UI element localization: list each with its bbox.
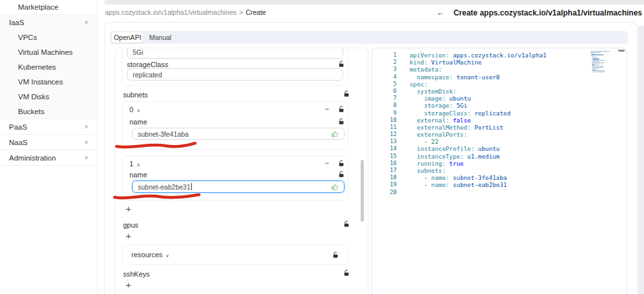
sidebar-group-label: NaaS: [9, 139, 84, 146]
lock-icon: [338, 160, 345, 167]
subnet-item-1-header[interactable]: 1∧: [129, 160, 140, 168]
code-token: subnet-3fe41aba: [450, 174, 507, 181]
code-token: image:: [424, 95, 446, 102]
code-line[interactable]: namespace: tenant-user0: [410, 74, 547, 81]
line-number: 14: [372, 145, 401, 152]
storage-input[interactable]: 5Gi: [127, 48, 343, 59]
chevron-down-icon: ∨: [84, 139, 97, 145]
sidebar-item-label: VPCs: [18, 34, 97, 41]
add-gpu-button[interactable]: +: [126, 231, 131, 240]
sidebar-group-header-administration[interactable]: Administration ∨: [0, 150, 97, 166]
code-line[interactable]: systemDisk:: [410, 88, 547, 95]
code-token: name:: [431, 174, 450, 181]
lock-icon: [343, 90, 350, 97]
sidebar-item-buckets[interactable]: Buckets: [0, 104, 97, 119]
code-line[interactable]: - 22: [410, 138, 547, 145]
code-line[interactable]: storage: 5Gi: [410, 102, 547, 109]
lock-icon: [338, 61, 345, 68]
code-line[interactable]: kind: VirtualMachine: [410, 59, 547, 66]
code-token: kind:: [410, 59, 428, 66]
code-token: 22: [431, 138, 439, 145]
line-number: 18: [372, 174, 401, 181]
line-number: 3: [372, 66, 401, 73]
subnet-item-1-index: 1: [129, 160, 133, 168]
subnet-1-name-input[interactable]: subnet-eab2be31: [132, 181, 345, 193]
form-scrollbar[interactable]: [361, 160, 364, 222]
line-number: 17: [372, 167, 401, 174]
breadcrumb-path[interactable]: apps.cozystack.io/v1alpha1/virtualmachin…: [105, 8, 236, 16]
storage-class-label: storageClass: [127, 61, 168, 68]
code-line[interactable]: instanceProfile: ubuntu: [410, 145, 547, 152]
chevron-up-icon: ∧: [137, 162, 140, 168]
code-token: VirtualMachine: [428, 59, 482, 66]
tab-openapi[interactable]: OpenAPI: [112, 32, 143, 43]
text-cursor: [191, 183, 192, 190]
sidebar-item-vpcs[interactable]: VPCs: [0, 30, 97, 44]
code-line[interactable]: externalPorts:: [410, 131, 547, 138]
subnet-item-0-header[interactable]: 0∧: [129, 106, 140, 113]
code-token: -: [410, 174, 431, 181]
code-token: replicated: [471, 110, 511, 117]
code-token: subnets:: [417, 167, 446, 174]
editor-minimap[interactable]: [591, 51, 615, 74]
storage-class-input[interactable]: replicated: [127, 68, 343, 81]
line-number: 8: [372, 102, 401, 109]
tab-manual[interactable]: Manual: [146, 32, 175, 43]
yaml-editor[interactable]: 1234567891011121314151617181920 apiVersi…: [372, 48, 627, 294]
remove-item-button[interactable]: −: [325, 159, 329, 168]
minimap-slider[interactable]: [618, 50, 625, 52]
resources-card[interactable]: resources∨: [122, 244, 348, 265]
add-subnet-button[interactable]: +: [126, 204, 131, 213]
code-token: [410, 124, 417, 131]
code-token: spec:: [410, 81, 428, 88]
subnet-0-name-input[interactable]: subnet-3fe41aba: [132, 128, 345, 140]
sidebar-item-kubernetes[interactable]: Kubernetes: [0, 59, 97, 74]
code-line[interactable]: apiVersion: apps.cozystack.io/v1alpha1: [410, 52, 547, 59]
code-line[interactable]: spec:: [410, 81, 547, 88]
code-line[interactable]: subnets:: [410, 167, 547, 174]
code-token: -: [410, 181, 431, 188]
thumbs-up-icon: [331, 130, 339, 138]
code-line[interactable]: instanceType: u1.medium: [410, 153, 547, 160]
code-token: [410, 110, 424, 117]
sidebar-group-header-naas[interactable]: NaaS ∨: [0, 135, 97, 150]
code-token: [410, 88, 417, 95]
sidebar-item-label: Kubernetes: [18, 63, 97, 71]
subnets-label: subnets: [123, 91, 148, 99]
line-number: 10: [372, 117, 401, 124]
back-arrow-icon[interactable]: ←: [436, 8, 444, 17]
sidebar-group-header-iaas[interactable]: IaaS ∧: [0, 15, 97, 30]
code-token: u1.medium: [464, 153, 500, 160]
code-line[interactable]: running: true: [410, 160, 547, 167]
code-line[interactable]: - name: subnet-eab2be31: [410, 181, 547, 188]
sidebar-group-header-paas[interactable]: PaaS ∨: [0, 119, 97, 135]
breadcrumb-separator: >: [239, 8, 243, 16]
sidebar-group-label: Administration: [9, 154, 84, 162]
sidebar-item-vm-disks[interactable]: VM Disks: [0, 89, 97, 104]
code-line[interactable]: external: false: [410, 117, 547, 124]
resources-label: resources: [131, 251, 162, 259]
code-line[interactable]: externalMethod: PortList: [410, 124, 547, 131]
code-token: tenant-user0: [453, 74, 500, 81]
code-token: ubuntu: [475, 145, 500, 152]
code-line[interactable]: storageClass: replicated: [410, 110, 547, 117]
code-token: apiVersion:: [410, 52, 450, 59]
code-line[interactable]: metadata:: [410, 66, 547, 73]
code-token: systemDisk:: [417, 88, 457, 95]
code-line[interactable]: - name: subnet-3fe41aba: [410, 174, 547, 181]
code-line[interactable]: image: ubuntu: [410, 95, 547, 102]
remove-item-button[interactable]: −: [325, 104, 329, 113]
minimap-line: [592, 54, 603, 55]
code-token: [410, 117, 417, 124]
subnet-1-name-value: subnet-eab2be31: [138, 183, 191, 191]
code-token: running:: [417, 160, 446, 167]
sidebar-item-virtual-machines[interactable]: Virtual Machines: [0, 44, 97, 59]
lock-icon: [338, 118, 345, 125]
ssh-keys-label: sshKeys: [123, 270, 150, 278]
sidebar-item-vm-instances[interactable]: VM Instances: [0, 74, 97, 89]
sidebar-item-marketplace[interactable]: Marketplace: [0, 0, 97, 14]
add-ssh-key-button[interactable]: +: [126, 280, 131, 289]
code-line[interactable]: [410, 189, 547, 196]
code-token: [410, 95, 424, 102]
lock-icon: [343, 220, 350, 228]
